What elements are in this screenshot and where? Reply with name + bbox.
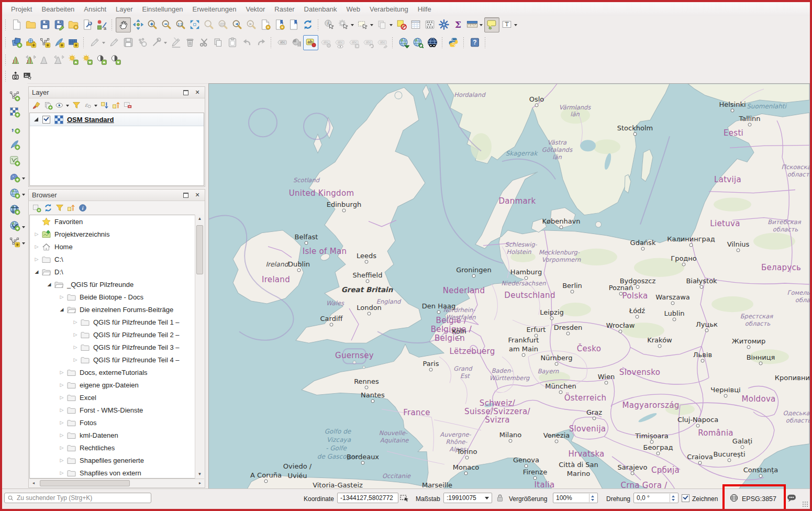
zoom-last-button[interactable] (230, 18, 244, 32)
menu-web[interactable]: Web (341, 3, 365, 15)
select-features-dropdown[interactable] (370, 24, 373, 28)
tree-item-shapefiles-generierte[interactable]: ▷Shapefiles generierte (30, 454, 204, 466)
new-map-view-button[interactable] (258, 18, 272, 32)
layer-panel-close-button[interactable]: × (193, 89, 202, 96)
layer-expand-arrow[interactable] (34, 117, 38, 121)
menu-raster[interactable]: Raster (270, 3, 299, 15)
add-virtual-layer-button[interactable] (8, 153, 22, 168)
expand-all-button[interactable] (99, 99, 110, 111)
new-project-button[interactable] (9, 18, 24, 32)
copy-features-button[interactable] (211, 36, 225, 50)
increase-contrast-button[interactable] (94, 53, 108, 67)
tree-item-kml-datenen[interactable]: ▷kml-Datenen (30, 429, 204, 441)
save-project-as-button[interactable] (52, 18, 66, 32)
menu-hilfe[interactable]: Hilfe (413, 3, 436, 15)
refresh-map-button[interactable] (301, 18, 315, 32)
locator-search-input[interactable]: Zu suchender Typ (Strg+K) (4, 493, 151, 503)
osm-search-button[interactable] (410, 36, 425, 50)
add-vector-layer-button[interactable] (8, 88, 22, 103)
statistics-button[interactable] (422, 18, 437, 32)
add-wfs-layer-button[interactable] (8, 218, 22, 232)
filter-expression-dropdown[interactable] (94, 105, 97, 108)
toggle-editing-button[interactable] (87, 36, 102, 50)
select-dropdown[interactable] (390, 24, 393, 28)
annotation-dropdown[interactable] (514, 24, 517, 28)
local-cumulative-stretch-button[interactable] (38, 53, 52, 67)
tree-item-forst-wms-dienste[interactable]: ▷Forst - WMS-Dienste (30, 404, 204, 416)
tree-item-c-drive[interactable]: ▷C:\ (30, 253, 204, 265)
new-layer-dropdown[interactable] (22, 242, 25, 246)
zoom-to-layer-button[interactable] (216, 18, 230, 32)
scroll-right-arrow[interactable]: ▸ (196, 479, 204, 487)
magnifier-spinbox[interactable]: 100% (553, 493, 598, 503)
new-bookmark-button[interactable] (272, 18, 286, 32)
extent-icon[interactable] (399, 493, 410, 503)
layout-manager-button[interactable] (80, 18, 94, 32)
zoom-native-button[interactable]: 1:1 (173, 18, 187, 32)
measure-dropdown[interactable] (480, 24, 483, 28)
tree-item-teil-3[interactable]: ▷QGIS für Pilzfreunde Teil 3 – (30, 341, 204, 353)
browser-collapse-all-button[interactable] (65, 202, 77, 214)
move-label-button[interactable] (347, 36, 361, 50)
new-print-layout-button[interactable] (66, 18, 80, 32)
metasearch-button[interactable] (425, 36, 439, 50)
identify-features-button[interactable] (322, 18, 336, 32)
save-edits-button[interactable] (121, 36, 135, 50)
digitize-button[interactable] (135, 36, 149, 50)
save-project-button[interactable] (38, 18, 52, 32)
add-postgis-layer-button[interactable] (8, 170, 22, 184)
new-geopackage-button[interactable] (38, 36, 52, 50)
add-spatialite-layer-button[interactable] (8, 137, 22, 151)
tree-item-teil-1[interactable]: ▷QGIS für Pilzfreunde Teil 1 – (30, 316, 204, 328)
browser-refresh-button[interactable] (42, 202, 54, 214)
osm-download-button[interactable] (396, 36, 410, 50)
open-project-button[interactable] (24, 18, 38, 32)
tree-item-excel[interactable]: ▷Excel (30, 391, 204, 404)
map-canvas[interactable]: United KingdomIrelandDanmarkNederlandBel… (208, 83, 810, 489)
show-bookmarks-button[interactable] (286, 18, 301, 32)
labeling-options-button[interactable] (303, 35, 318, 50)
layer-visibility-checkbox[interactable] (42, 116, 50, 124)
style-manager-button[interactable]: a (94, 18, 108, 32)
data-source-manager-button[interactable] (9, 36, 24, 50)
tree-item-favoriten[interactable]: Favoriten (30, 215, 204, 228)
editing-dropdown[interactable] (102, 42, 105, 46)
menu-einstellungen[interactable]: Einstellungen (138, 3, 188, 15)
browser-vertical-scrollbar[interactable]: ▲ ▼ (195, 215, 204, 479)
redo-button[interactable] (253, 36, 268, 50)
measure-line-button[interactable] (465, 18, 479, 32)
paste-features-button[interactable] (225, 36, 239, 50)
advanced-digitizing-dropdown[interactable] (164, 42, 167, 46)
menu-projekt[interactable]: Projekt (6, 3, 37, 15)
tree-item-projektverzeichnis[interactable]: ▷Projektverzeichnis (30, 228, 204, 240)
menu-verarbeitung[interactable]: Verarbeitung (365, 3, 413, 15)
menu-erweiterungen[interactable]: Erweiterungen (188, 3, 241, 15)
tree-item-rechtliches[interactable]: ▷Rechtliches (30, 441, 204, 454)
tree-item-eigene-gpx-dateien[interactable]: ▷eigene gpx-Dateien (30, 379, 204, 391)
import-photos-button[interactable] (9, 70, 21, 82)
tree-item-teil-2[interactable]: ▷QGIS für Pilzfreunde Teil 2 – (30, 328, 204, 341)
zoom-to-selection-button[interactable] (202, 18, 216, 32)
browser-properties-button[interactable] (77, 202, 88, 214)
resize-grip[interactable] (802, 501, 808, 507)
new-spatialite-button[interactable] (52, 36, 66, 50)
python-console-button[interactable] (446, 36, 460, 50)
rotation-spinbox[interactable]: 0,0 ° (633, 493, 678, 503)
filter-legend-button[interactable] (71, 99, 82, 111)
postgis-dropdown[interactable] (22, 177, 25, 181)
layer-item-osm-standard[interactable]: OSM Standard (30, 113, 204, 126)
pan-map-button[interactable] (116, 17, 131, 32)
add-delimited-text-layer-button[interactable] (8, 121, 22, 135)
layer-name[interactable]: OSM Standard (67, 116, 114, 124)
change-label-button[interactable] (375, 36, 389, 50)
menu-datenbank[interactable]: Datenbank (299, 3, 342, 15)
layer-diagram-button[interactable] (289, 36, 303, 50)
add-wms-layer-button[interactable] (8, 186, 22, 200)
menu-vektor[interactable]: Vektor (241, 3, 270, 15)
zoom-full-button[interactable] (187, 18, 202, 32)
wms-dropdown[interactable] (22, 194, 25, 197)
browser-horizontal-scrollbar[interactable]: ◂ ▸ (29, 479, 204, 487)
browser-panel-close-button[interactable]: × (193, 192, 202, 199)
deselect-features-button[interactable] (394, 18, 408, 32)
undo-button[interactable] (239, 36, 253, 50)
